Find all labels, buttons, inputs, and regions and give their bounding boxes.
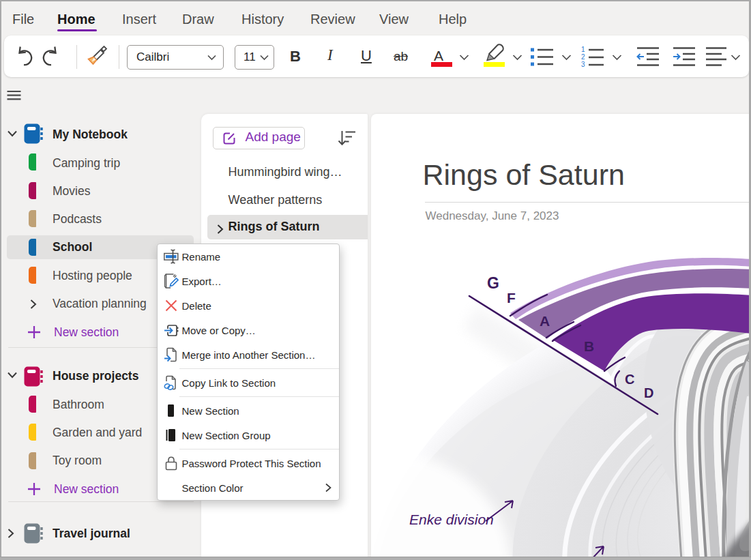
svg-text:3: 3: [581, 61, 585, 68]
svg-text:2: 2: [581, 53, 585, 61]
svg-text:G: G: [487, 274, 499, 292]
svg-text:1: 1: [581, 46, 585, 53]
svg-text:A: A: [540, 313, 550, 329]
svg-text:F: F: [507, 290, 516, 306]
svg-text:Enke division: Enke division: [409, 512, 494, 527]
svg-text:D: D: [644, 385, 653, 400]
svg-text:C: C: [625, 372, 634, 387]
svg-text:B: B: [584, 338, 594, 354]
